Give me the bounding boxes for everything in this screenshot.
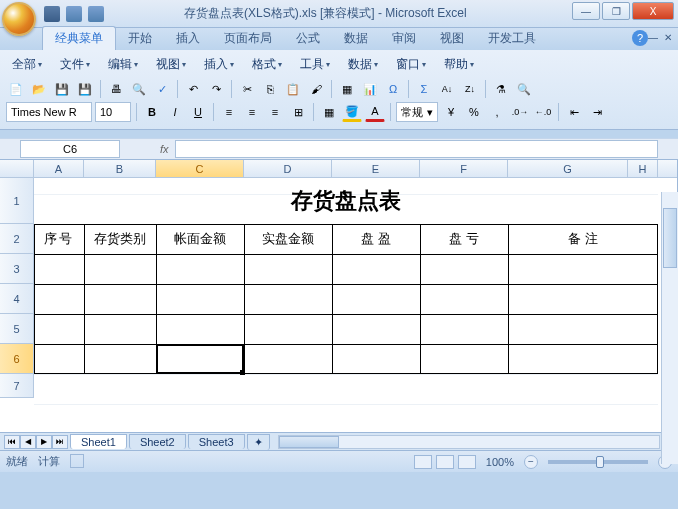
align-left-icon[interactable]: ≡ [219, 102, 239, 122]
menu-data[interactable]: 数据▾ [342, 54, 384, 75]
tab-nav-first[interactable]: ⏮ [4, 435, 20, 449]
name-box[interactable]: C6 [20, 140, 120, 158]
font-color-icon[interactable]: A [365, 102, 385, 122]
percent-icon[interactable]: % [464, 102, 484, 122]
print-icon[interactable]: 🖶 [106, 79, 126, 99]
office-button[interactable] [2, 2, 36, 36]
menu-window[interactable]: 窗口▾ [390, 54, 432, 75]
menu-edit[interactable]: 编辑▾ [102, 54, 144, 75]
symbol-icon[interactable]: Ω [383, 79, 403, 99]
new-icon[interactable]: 📄 [6, 79, 26, 99]
cells-area[interactable]: 存货盘点表 序号 存货类别 帐面金额 实盘金额 盘 盈 盘 亏 备 注 [34, 178, 658, 432]
row-header-1[interactable]: 1 [0, 178, 34, 224]
redo-icon[interactable]: ↷ [206, 79, 226, 99]
ribbon-minimize-icon[interactable]: — [648, 32, 658, 43]
open-icon[interactable]: 📂 [29, 79, 49, 99]
row-header-5[interactable]: 5 [0, 314, 34, 344]
paste-icon[interactable]: 📋 [283, 79, 303, 99]
tab-home[interactable]: 开始 [116, 27, 164, 50]
fill-color-icon[interactable]: 🪣 [342, 102, 362, 122]
menu-insert[interactable]: 插入▾ [198, 54, 240, 75]
tab-nav-last[interactable]: ⏭ [52, 435, 68, 449]
underline-button[interactable]: U [188, 102, 208, 122]
zoom-level[interactable]: 100% [486, 456, 514, 468]
font-size-combo[interactable]: 10 [95, 102, 131, 122]
align-right-icon[interactable]: ≡ [265, 102, 285, 122]
row-header-6[interactable]: 6 [0, 344, 34, 374]
bold-button[interactable]: B [142, 102, 162, 122]
col-header-f[interactable]: F [420, 160, 508, 177]
chart-icon[interactable]: 📊 [360, 79, 380, 99]
fx-icon[interactable]: fx [160, 143, 169, 155]
select-all-corner[interactable] [0, 160, 34, 177]
vertical-scrollbar[interactable] [661, 192, 678, 464]
tab-nav-next[interactable]: ▶ [36, 435, 52, 449]
merge-icon[interactable]: ⊞ [288, 102, 308, 122]
undo-icon[interactable]: ↶ [183, 79, 203, 99]
redo-icon[interactable] [88, 6, 104, 22]
row-header-4[interactable]: 4 [0, 284, 34, 314]
decrease-decimal-icon[interactable]: ←.0 [533, 102, 553, 122]
tab-data[interactable]: 数据 [332, 27, 380, 50]
minimize-button[interactable]: — [572, 2, 600, 20]
maximize-button[interactable]: ❐ [602, 2, 630, 20]
sort-asc-icon[interactable]: A↓ [437, 79, 457, 99]
row-header-2[interactable]: 2 [0, 224, 34, 254]
italic-button[interactable]: I [165, 102, 185, 122]
horizontal-scrollbar[interactable] [278, 435, 660, 449]
view-page-layout-icon[interactable] [436, 455, 454, 469]
formula-input[interactable] [175, 140, 658, 158]
menu-file[interactable]: 文件▾ [54, 54, 96, 75]
undo-icon[interactable] [66, 6, 82, 22]
table-icon[interactable]: ▦ [337, 79, 357, 99]
decrease-indent-icon[interactable]: ⇥ [587, 102, 607, 122]
col-header-h[interactable]: H [628, 160, 658, 177]
tab-classic-menu[interactable]: 经典菜单 [42, 26, 116, 50]
tab-page-layout[interactable]: 页面布局 [212, 27, 284, 50]
menu-all[interactable]: 全部▾ [6, 54, 48, 75]
col-header-g[interactable]: G [508, 160, 628, 177]
number-format-combo[interactable]: 常规▾ [396, 102, 438, 122]
zoom-slider[interactable] [548, 460, 648, 464]
menu-help[interactable]: 帮助▾ [438, 54, 480, 75]
save-icon[interactable]: 💾 [52, 79, 72, 99]
filter-icon[interactable]: ⚗ [491, 79, 511, 99]
format-painter-icon[interactable]: 🖌 [306, 79, 326, 99]
tab-formulas[interactable]: 公式 [284, 27, 332, 50]
comma-icon[interactable]: , [487, 102, 507, 122]
align-center-icon[interactable]: ≡ [242, 102, 262, 122]
sort-desc-icon[interactable]: Z↓ [460, 79, 480, 99]
font-name-combo[interactable]: Times New R [6, 102, 92, 122]
tab-insert[interactable]: 插入 [164, 27, 212, 50]
menu-format[interactable]: 格式▾ [246, 54, 288, 75]
row-header-3[interactable]: 3 [0, 254, 34, 284]
doc-close-icon[interactable]: ✕ [664, 32, 672, 43]
increase-indent-icon[interactable]: ⇤ [564, 102, 584, 122]
col-header-e[interactable]: E [332, 160, 420, 177]
help-icon[interactable]: ? [632, 30, 648, 46]
close-button[interactable]: X [632, 2, 674, 20]
tab-developer[interactable]: 开发工具 [476, 27, 548, 50]
increase-decimal-icon[interactable]: .0→ [510, 102, 530, 122]
tab-view[interactable]: 视图 [428, 27, 476, 50]
view-page-break-icon[interactable] [458, 455, 476, 469]
saveas-icon[interactable]: 💾 [75, 79, 95, 99]
row-header-7[interactable]: 7 [0, 374, 34, 398]
new-sheet-icon[interactable]: ✦ [247, 434, 270, 450]
col-header-a[interactable]: A [34, 160, 84, 177]
save-icon[interactable] [44, 6, 60, 22]
currency-icon[interactable]: ¥ [441, 102, 461, 122]
tab-nav-prev[interactable]: ◀ [20, 435, 36, 449]
macro-record-icon[interactable] [70, 454, 84, 468]
col-header-d[interactable]: D [244, 160, 332, 177]
spell-icon[interactable]: ✓ [152, 79, 172, 99]
tab-review[interactable]: 审阅 [380, 27, 428, 50]
sheet-tab-2[interactable]: Sheet2 [129, 434, 186, 449]
col-header-b[interactable]: B [84, 160, 156, 177]
borders-icon[interactable]: ▦ [319, 102, 339, 122]
view-normal-icon[interactable] [414, 455, 432, 469]
sheet-tab-3[interactable]: Sheet3 [188, 434, 245, 449]
zoom-out-button[interactable]: − [524, 455, 538, 469]
find-icon[interactable]: 🔍 [514, 79, 534, 99]
sheet-tab-1[interactable]: Sheet1 [70, 434, 127, 449]
